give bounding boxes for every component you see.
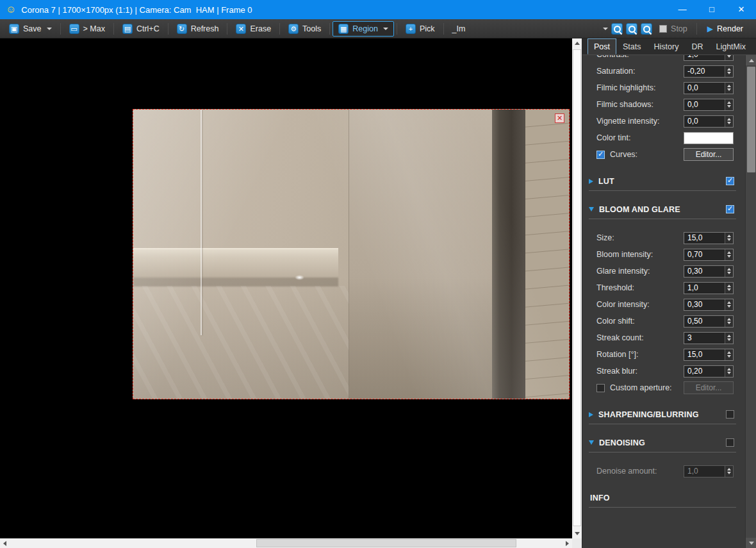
minimize-button[interactable]: — bbox=[668, 0, 697, 19]
scroll-up-icon[interactable] bbox=[746, 55, 756, 65]
close-button[interactable]: ✕ bbox=[727, 0, 756, 19]
spinner-up-icon[interactable] bbox=[727, 118, 731, 120]
pick-button[interactable]: + Pick bbox=[400, 21, 441, 37]
lut-checkbox[interactable] bbox=[726, 177, 734, 185]
panel-scroll-thumb[interactable] bbox=[747, 67, 755, 172]
color-shift-spinner[interactable] bbox=[725, 316, 733, 327]
denoising-checkbox[interactable] bbox=[726, 438, 734, 447]
spinner-down-icon[interactable] bbox=[727, 272, 731, 274]
spinner-up-icon[interactable] bbox=[727, 101, 731, 104]
spinner-down-icon[interactable] bbox=[727, 322, 731, 324]
tab-stats[interactable]: Stats bbox=[616, 38, 648, 54]
section-denoising[interactable]: DENOISING bbox=[589, 433, 736, 453]
filmic-shadows-spinner[interactable] bbox=[725, 99, 733, 110]
spinner-down-icon[interactable] bbox=[727, 88, 731, 91]
streak-count-input[interactable]: 3 bbox=[684, 332, 734, 344]
chevron-right-icon[interactable] bbox=[589, 412, 593, 417]
spinner-down-icon[interactable] bbox=[727, 355, 731, 358]
streak-blur-spinner[interactable] bbox=[725, 366, 733, 377]
glare-intensity-spinner[interactable] bbox=[725, 266, 733, 277]
bloom-glare-checkbox[interactable] bbox=[726, 205, 734, 213]
spinner-down-icon[interactable] bbox=[727, 122, 731, 124]
region-close-icon[interactable]: ✕ bbox=[555, 113, 564, 123]
color-tint-swatch[interactable] bbox=[684, 132, 734, 144]
scroll-left-icon[interactable] bbox=[0, 538, 10, 548]
maximize-button[interactable]: □ bbox=[697, 0, 727, 19]
render-region[interactable]: ✕ bbox=[133, 109, 570, 399]
color-intensity-spinner[interactable] bbox=[725, 299, 733, 310]
region-button[interactable]: ▦ Region bbox=[333, 21, 394, 37]
rotation-input[interactable]: 15,0 bbox=[684, 349, 734, 361]
tab-post[interactable]: Post bbox=[588, 38, 616, 54]
sharpening-checkbox[interactable] bbox=[726, 410, 734, 419]
chevron-down-icon[interactable] bbox=[589, 440, 594, 445]
spinner-down-icon[interactable] bbox=[727, 338, 731, 341]
vertical-scroll-thumb[interactable] bbox=[573, 49, 581, 526]
threshold-input[interactable]: 1,0 bbox=[684, 282, 734, 294]
section-lut[interactable]: LUT bbox=[589, 172, 736, 191]
saturation-spinner[interactable] bbox=[725, 66, 733, 77]
erase-button[interactable]: ✕ Erase bbox=[230, 21, 277, 37]
section-bloom-glare[interactable]: BLOOM AND GLARE bbox=[589, 200, 736, 219]
streak-count-spinner[interactable] bbox=[725, 333, 733, 344]
spinner-down-icon[interactable] bbox=[727, 238, 731, 241]
copy-button[interactable]: ▤ Ctrl+C bbox=[117, 21, 165, 37]
zoom-out-icon[interactable] bbox=[641, 23, 652, 35]
filmic-shadows-input[interactable]: 0,0 bbox=[684, 99, 734, 111]
threshold-spinner[interactable] bbox=[725, 283, 733, 294]
size-spinner[interactable] bbox=[725, 233, 733, 244]
size-input[interactable]: 15,0 bbox=[684, 232, 734, 244]
scroll-down-icon[interactable] bbox=[572, 529, 582, 538]
scroll-up-icon[interactable] bbox=[572, 38, 582, 48]
filmic-highlights-input[interactable]: 0,0 bbox=[684, 82, 734, 94]
panel-scrollbar[interactable] bbox=[745, 55, 756, 548]
spinner-up-icon[interactable] bbox=[727, 318, 731, 320]
spinner-up-icon[interactable] bbox=[727, 285, 731, 287]
curves-editor-button[interactable]: Editor... bbox=[684, 148, 734, 161]
zoom-fit-icon[interactable] bbox=[611, 23, 623, 35]
max-button[interactable]: ▭ > Max bbox=[63, 21, 111, 37]
vignette-intensity-input[interactable]: 0,0 bbox=[684, 115, 734, 128]
im-button[interactable]: _Im bbox=[447, 22, 472, 36]
color-intensity-input[interactable]: 0,30 bbox=[684, 299, 734, 311]
spinner-down-icon[interactable] bbox=[727, 105, 731, 108]
chevron-down-icon[interactable] bbox=[47, 28, 52, 30]
spinner-up-icon[interactable] bbox=[727, 351, 731, 354]
chevron-down-icon[interactable] bbox=[383, 28, 388, 30]
spinner-up-icon[interactable] bbox=[727, 68, 731, 71]
scroll-down-icon[interactable] bbox=[746, 538, 756, 548]
spinner-up-icon[interactable] bbox=[727, 235, 731, 237]
contrast-spinner[interactable] bbox=[725, 55, 733, 60]
tools-button[interactable]: ⚙ Tools bbox=[283, 21, 327, 37]
toolbar-overflow-chevron-icon[interactable] bbox=[603, 28, 608, 30]
rotation-spinner[interactable] bbox=[725, 349, 733, 360]
spinner-down-icon[interactable] bbox=[727, 288, 731, 291]
stop-button[interactable]: Stop bbox=[655, 24, 691, 33]
section-sharpening-blurring[interactable]: SHARPENING/BLURRING bbox=[589, 405, 736, 424]
spinner-up-icon[interactable] bbox=[727, 368, 731, 370]
render-viewport[interactable]: ✕ bbox=[0, 38, 572, 538]
spinner-up-icon[interactable] bbox=[727, 335, 731, 337]
spinner-up-icon[interactable] bbox=[727, 251, 731, 254]
render-button[interactable]: ▶ Render bbox=[702, 24, 748, 33]
spinner-up-icon[interactable] bbox=[727, 301, 731, 304]
spinner-up-icon[interactable] bbox=[727, 85, 731, 87]
refresh-button[interactable]: ↻ Refresh bbox=[171, 21, 225, 37]
spinner-up-icon[interactable] bbox=[727, 268, 731, 270]
custom-aperture-checkbox[interactable] bbox=[596, 384, 605, 392]
tab-dr[interactable]: DR bbox=[685, 38, 709, 54]
tab-history[interactable]: History bbox=[648, 38, 686, 54]
spinner-down-icon[interactable] bbox=[727, 305, 731, 308]
saturation-input[interactable]: -0,20 bbox=[684, 65, 734, 78]
curves-checkbox[interactable] bbox=[596, 151, 605, 159]
filmic-highlights-spinner[interactable] bbox=[725, 83, 733, 94]
streak-blur-input[interactable]: 0,20 bbox=[684, 365, 734, 378]
chevron-right-icon[interactable] bbox=[589, 179, 593, 184]
spinner-down-icon[interactable] bbox=[727, 255, 731, 258]
title-bar[interactable]: ☺ Corona 7 | 1700×1700px (1:1) | Camera:… bbox=[0, 0, 756, 19]
bloom-intensity-input[interactable]: 0,70 bbox=[684, 249, 734, 261]
save-button[interactable]: ▣ Save bbox=[3, 21, 58, 37]
color-shift-input[interactable]: 0,50 bbox=[684, 315, 734, 328]
glare-intensity-input[interactable]: 0,30 bbox=[684, 265, 734, 278]
zoom-in-icon[interactable] bbox=[626, 23, 637, 35]
